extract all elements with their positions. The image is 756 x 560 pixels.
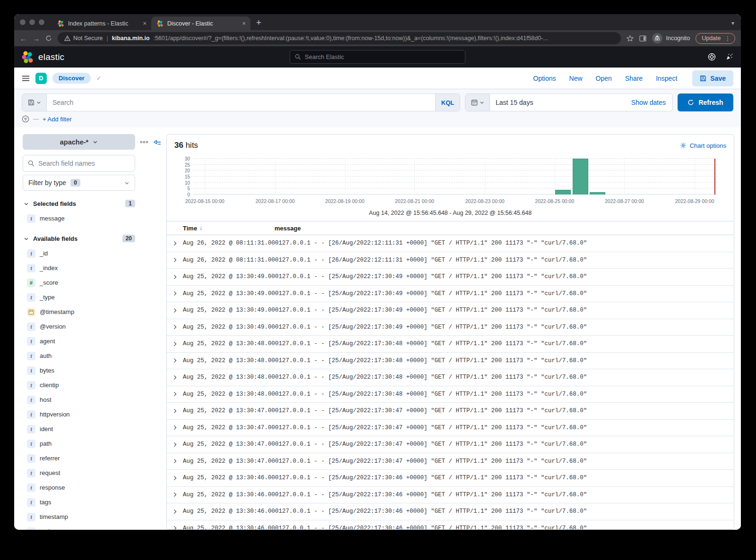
time-column-header[interactable]: Time↓ <box>183 225 275 232</box>
collapse-sidebar-icon[interactable] <box>154 139 161 145</box>
update-browser-button[interactable]: Update⋮ <box>696 33 735 44</box>
available-fields-header[interactable]: Available fields 20 <box>23 235 135 242</box>
field-item-request[interactable]: trequest <box>23 466 135 480</box>
filter-icon[interactable] <box>22 115 29 123</box>
field-item-tags[interactable]: ttags <box>23 495 135 509</box>
expand-row-button[interactable] <box>167 442 183 447</box>
expand-row-button[interactable] <box>167 475 183 481</box>
global-search-input[interactable] <box>305 53 460 60</box>
field-item-index[interactable]: t_index <box>23 261 135 275</box>
bookmark-star-icon[interactable] <box>627 35 634 42</box>
field-search-box[interactable] <box>23 155 135 172</box>
field-item-score[interactable]: #_score <box>23 275 135 290</box>
expand-row-button[interactable] <box>167 308 183 313</box>
inspect-button[interactable]: Inspect <box>656 75 677 82</box>
window-controls[interactable] <box>20 14 44 30</box>
expand-row-button[interactable] <box>167 241 183 246</box>
histogram-chart[interactable]: 051015202530 <box>193 159 718 195</box>
open-button[interactable]: Open <box>596 75 612 82</box>
maximize-window-button[interactable] <box>39 19 44 25</box>
refresh-button[interactable]: Refresh <box>678 93 733 111</box>
selected-fields-header[interactable]: Selected fields 1 <box>23 200 135 207</box>
help-icon[interactable] <box>708 53 716 61</box>
sort-descending-icon[interactable]: ↓ <box>199 225 202 231</box>
close-tab-icon[interactable]: × <box>242 20 246 27</box>
url-divider: | <box>107 35 108 42</box>
add-filter-button[interactable]: + Add filter <box>43 116 72 123</box>
field-item-timestamp[interactable]: ttimestamp <box>23 509 135 524</box>
field-item-version[interactable]: t@version <box>23 319 135 334</box>
index-pattern-selector[interactable]: apache-* <box>23 134 135 150</box>
kql-toggle-button[interactable]: KQL <box>435 94 460 111</box>
histogram-bar[interactable] <box>555 190 571 195</box>
forward-icon[interactable]: → <box>33 35 40 42</box>
reload-icon[interactable] <box>45 35 52 42</box>
url-bar[interactable]: Not Secure | kibana.min.io :5601/app/dis… <box>58 32 621 44</box>
browser-menu-icon[interactable]: ⋮ <box>725 35 731 42</box>
expand-row-button[interactable] <box>167 257 183 263</box>
close-tab-icon[interactable]: × <box>143 20 146 27</box>
field-item-host[interactable]: thost <box>23 392 135 407</box>
tab-index-patterns[interactable]: Index patterns - Elastic × <box>52 17 151 30</box>
field-item-path[interactable]: tpath <box>23 436 135 451</box>
expand-row-button[interactable] <box>167 274 183 280</box>
field-item-message[interactable]: tmessage <box>23 211 135 226</box>
histogram-bar[interactable] <box>590 192 605 195</box>
expand-row-button[interactable] <box>167 375 183 380</box>
expand-row-button[interactable] <box>167 391 183 397</box>
expand-row-button[interactable] <box>167 291 183 296</box>
field-item-verb[interactable]: tverb <box>23 524 135 530</box>
save-button[interactable]: Save <box>692 70 733 86</box>
expand-row-button[interactable] <box>167 492 183 497</box>
expand-row-button[interactable] <box>167 408 183 414</box>
field-item-agent[interactable]: tagent <box>23 334 135 348</box>
expand-row-button[interactable] <box>167 341 183 347</box>
kql-search-box[interactable]: KQL <box>22 93 460 111</box>
menu-hamburger-icon[interactable] <box>22 75 30 82</box>
date-picker[interactable]: Last 15 days Show dates <box>465 93 673 111</box>
field-options-icon[interactable] <box>140 141 148 143</box>
date-quick-menu-button[interactable] <box>465 94 490 111</box>
field-item-ident[interactable]: tident <box>23 422 135 436</box>
minimize-window-button[interactable] <box>29 19 35 25</box>
field-item-response[interactable]: tresponse <box>23 480 135 495</box>
chart-options-button[interactable]: Chart options <box>680 142 726 149</box>
expand-row-button[interactable] <box>167 358 183 363</box>
expand-row-button[interactable] <box>167 324 183 330</box>
row-message: 127.0.0.1 - - [25/Aug/2022:17:30:48 +000… <box>279 357 734 364</box>
show-dates-button[interactable]: Show dates <box>625 94 672 111</box>
expand-row-button[interactable] <box>167 458 183 464</box>
row-message: 127.0.0.1 - - [25/Aug/2022:17:30:46 +000… <box>279 492 734 498</box>
newsfeed-icon[interactable] <box>725 53 733 61</box>
field-item-type[interactable]: t_type <box>23 290 135 305</box>
share-button[interactable]: Share <box>625 75 643 82</box>
options-button[interactable]: Options <box>533 75 556 82</box>
side-panel-icon[interactable] <box>639 35 646 42</box>
field-item-bytes[interactable]: tbytes <box>23 363 135 378</box>
tab-search-chevron-icon[interactable]: ▾ <box>731 20 734 26</box>
not-secure-warning[interactable]: Not Secure <box>64 35 103 42</box>
field-item-referrer[interactable]: treferrer <box>23 451 135 466</box>
expand-row-button[interactable] <box>167 509 183 514</box>
breadcrumb[interactable]: Discover <box>52 73 91 84</box>
field-item-auth[interactable]: tauth <box>23 348 135 363</box>
field-item-clientip[interactable]: tclientip <box>23 378 135 392</box>
field-item-timestamp[interactable]: @timestamp <box>23 305 135 319</box>
saved-query-menu-button[interactable] <box>22 94 47 111</box>
expand-row-button[interactable] <box>167 425 183 430</box>
search-input[interactable] <box>52 99 430 106</box>
filter-by-type-dropdown[interactable]: Filter by type 0 <box>23 175 135 191</box>
new-tab-button[interactable]: + <box>256 17 261 28</box>
field-search-input[interactable] <box>38 160 130 167</box>
global-search[interactable] <box>290 50 465 64</box>
new-button[interactable]: New <box>569 75 583 82</box>
expand-row-button[interactable] <box>167 526 183 529</box>
field-item-httpversion[interactable]: thttpversion <box>23 407 135 422</box>
back-icon[interactable]: ← <box>20 35 27 42</box>
message-column-header[interactable]: message <box>275 225 301 232</box>
timerange-value[interactable]: Last 15 days <box>490 94 625 111</box>
close-window-button[interactable] <box>20 19 26 25</box>
tab-discover[interactable]: Discover - Elastic × <box>151 17 250 30</box>
field-item-id[interactable]: t_id <box>23 246 135 261</box>
histogram-bar[interactable] <box>573 159 588 195</box>
